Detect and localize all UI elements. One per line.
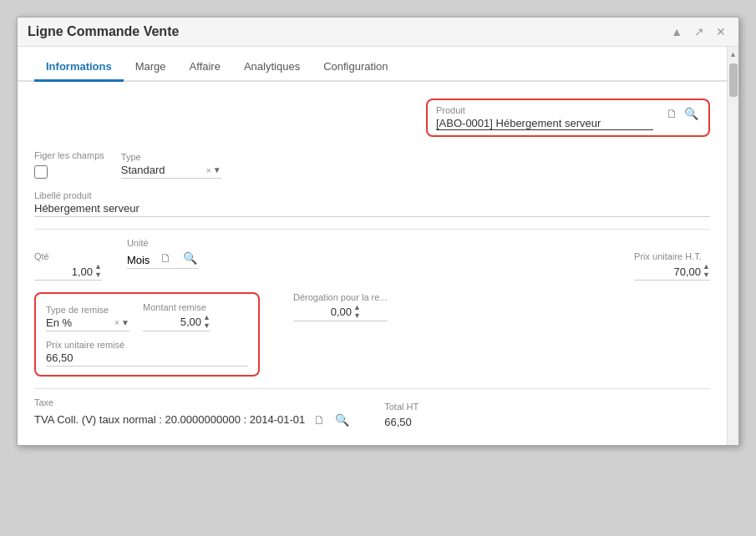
tab-analytiques[interactable]: Analytiques [232, 53, 312, 82]
unite-field: Unité Mois 🗋 🔍 [127, 238, 199, 281]
taxe-search-icon[interactable]: 🔍 [333, 412, 351, 428]
close-button[interactable]: ✕ [713, 25, 728, 38]
product-field-group: Produit [436, 105, 661, 130]
qte-arrows: ▲ ▼ [94, 263, 102, 280]
taxe-doc-icon[interactable]: 🗋 [312, 412, 327, 428]
type-value: Standard [121, 164, 206, 176]
main-window: Ligne Commande Vente ▲ ↗ ✕ Informations … [17, 17, 739, 446]
type-arrow-icon[interactable]: ▼ [213, 165, 221, 174]
montant-remise-down-arrow[interactable]: ▼ [203, 322, 211, 331]
unite-label: Unité [127, 238, 199, 248]
prix-remise-value: 66,50 [46, 351, 248, 367]
type-remise-field: Type de remise En % × ▼ [46, 305, 129, 331]
type-remise-select[interactable]: En % × ▼ [46, 316, 129, 331]
prix-ht-stepper: ▲ ▼ [634, 263, 710, 281]
taxe-field: Taxe TVA Coll. (V) taux normal : 20.0000… [34, 397, 351, 428]
derogation-label: Dérogation pour la re... [293, 292, 388, 302]
montant-remise-label: Montant remise [143, 302, 211, 312]
qte-label: Qté [34, 251, 102, 261]
type-remise-arrow-icon[interactable]: ▼ [121, 318, 129, 327]
type-field: Type Standard × ▼ [121, 152, 221, 179]
taxe-value-area: TVA Coll. (V) taux normal : 20.000000000… [34, 412, 351, 428]
unite-value-area: Mois 🗋 🔍 [127, 250, 199, 269]
derogation-down-arrow[interactable]: ▼ [353, 312, 361, 321]
resize-button[interactable]: ↗ [692, 25, 707, 38]
total-ht-value: 66,50 [384, 416, 419, 428]
scroll-up-button[interactable]: ▲ [729, 48, 737, 60]
form-content: Produit 🗋 🔍 Figer les champs Type [18, 82, 727, 445]
tab-marge[interactable]: Marge [124, 53, 178, 82]
type-label: Type [121, 152, 221, 162]
qte-down-arrow[interactable]: ▼ [94, 271, 102, 280]
bottom-row: Taxe TVA Coll. (V) taux normal : 20.0000… [34, 397, 710, 428]
derogation-input[interactable] [293, 306, 352, 318]
montant-remise-input[interactable] [143, 316, 201, 328]
type-remise-clear-icon[interactable]: × [114, 317, 119, 327]
prix-ht-label: Prix unitaire H.T. [634, 251, 710, 261]
tab-informations[interactable]: Informations [34, 53, 124, 82]
prix-remise-field: Prix unitaire remisé 66,50 [46, 340, 248, 367]
qte-stepper: ▲ ▼ [34, 263, 102, 281]
units-row: Qté ▲ ▼ Unité Mois 🗋 [34, 238, 710, 281]
type-clear-icon[interactable]: × [205, 165, 211, 175]
content-area: Informations Marge Affaire Analytiques C… [18, 47, 727, 445]
tab-bar: Informations Marge Affaire Analytiques C… [18, 53, 727, 82]
scrollbar-thumb[interactable] [729, 63, 738, 97]
divider-1 [34, 229, 710, 230]
tab-affaire[interactable]: Affaire [178, 53, 232, 82]
figer-champs-label: Figer les champs [34, 150, 104, 160]
montant-remise-stepper: ▲ ▼ [143, 314, 211, 331]
scrollbar: ▲ [727, 47, 738, 445]
discount-box: Type de remise En % × ▼ Montant remise [34, 292, 260, 377]
figer-champs-checkbox[interactable] [34, 165, 48, 179]
type-select[interactable]: Standard × ▼ [121, 164, 221, 179]
total-ht-field: Total HT 66,50 [384, 402, 419, 428]
prix-remise-label: Prix unitaire remisé [46, 340, 248, 350]
window-title: Ligne Commande Vente [28, 24, 179, 39]
total-ht-label: Total HT [384, 402, 419, 412]
prix-ht-field: Prix unitaire H.T. ▲ ▼ [634, 251, 710, 281]
prix-ht-down-arrow[interactable]: ▼ [703, 271, 710, 280]
figer-type-row: Figer les champs Type Standard × ▼ [34, 150, 710, 179]
product-doc-icon[interactable]: 🗋 [664, 105, 679, 122]
product-label: Produit [436, 105, 661, 115]
prix-ht-input[interactable] [634, 265, 701, 278]
type-remise-value: En % [46, 316, 114, 329]
libelle-label: Libellé produit [34, 190, 710, 200]
window-controls: ▲ ↗ ✕ [668, 25, 728, 38]
product-row: Produit 🗋 🔍 [34, 99, 710, 137]
product-search-icon[interactable]: 🔍 [682, 105, 700, 122]
discount-area: Type de remise En % × ▼ Montant remise [34, 292, 710, 377]
derogation-stepper: ▲ ▼ [293, 304, 388, 321]
libelle-value: Hébergement serveur [34, 202, 710, 217]
libelle-field: Libellé produit Hébergement serveur [34, 190, 710, 217]
remise-row: Type de remise En % × ▼ Montant remise [46, 302, 248, 331]
derogation-arrows: ▲ ▼ [353, 304, 361, 321]
unite-value: Mois [127, 254, 150, 266]
figer-champs-field: Figer les champs [34, 150, 104, 179]
product-input[interactable] [436, 117, 653, 130]
montant-remise-field: Montant remise ▲ ▼ [143, 302, 211, 331]
minimize-button[interactable]: ▲ [668, 25, 685, 38]
tab-configuration[interactable]: Configuration [312, 53, 399, 82]
derogation-field: Dérogation pour la re... ▲ ▼ [293, 292, 388, 321]
type-remise-label: Type de remise [46, 305, 129, 315]
divider-2 [34, 388, 710, 389]
taxe-value: TVA Coll. (V) taux normal : 20.000000000… [34, 413, 305, 426]
unite-search-icon[interactable]: 🔍 [181, 250, 199, 266]
title-bar: Ligne Commande Vente ▲ ↗ ✕ [18, 18, 738, 47]
prix-ht-arrows: ▲ ▼ [703, 263, 710, 280]
unite-doc-icon[interactable]: 🗋 [158, 250, 173, 266]
qte-field: Qté ▲ ▼ [34, 251, 102, 281]
product-field-highlighted: Produit 🗋 🔍 [426, 99, 710, 137]
montant-remise-arrows: ▲ ▼ [203, 314, 211, 331]
taxe-label: Taxe [34, 397, 351, 407]
qte-input[interactable] [34, 265, 93, 278]
